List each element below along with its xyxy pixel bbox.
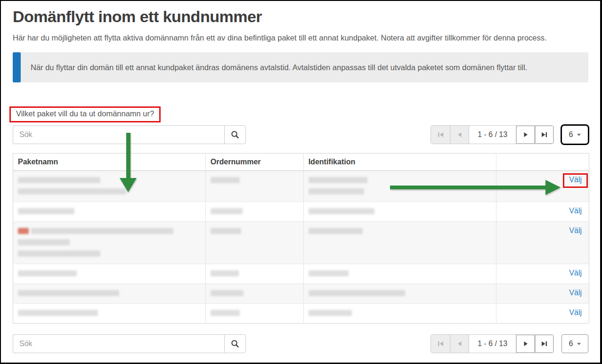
search-button[interactable] [224,125,246,144]
first-page-button[interactable] [431,335,450,353]
first-page-icon [438,341,444,347]
last-page-button[interactable] [535,335,553,353]
redacted-cell [13,304,206,324]
redacted-cell [303,222,496,264]
valj-link[interactable]: Välj [569,308,582,316]
action-cell: Välj [496,171,589,202]
redacted-text [18,310,98,316]
page: Domänflytt inom ett kundnummer Här har d… [0,0,602,364]
page-range-label: 1 - 6 / 13 [469,126,516,144]
redacted-text [18,290,119,296]
column-header-paketnamn: Paketnamn [13,154,206,171]
pager-area-bottom: 1 - 6 / 13 6 [431,334,588,353]
search-icon [231,130,239,139]
notice-accent-bar [13,52,21,82]
packages-table: Paketnamn Ordernummer Identifikation Väl… [13,153,589,324]
valj-link[interactable]: Välj [569,176,582,184]
table-row: Välj [13,171,589,202]
column-header-action [496,154,589,171]
redacted-text [309,228,363,234]
search-icon [231,340,239,348]
intro-text: Här har du möjligheten att flytta aktiva… [13,33,588,42]
redacted-text [18,177,100,183]
action-cell: Välj [496,284,589,304]
notice-text: När du flyttar din domän till ett annat … [31,63,527,72]
previous-page-icon [457,341,462,347]
action-cell: Välj [496,202,589,222]
column-header-identifikation: Identifikation [303,154,496,171]
table-row: Välj [13,202,589,222]
column-header-ordernummer: Ordernummer [205,154,303,171]
bottom-toolbar: 1 - 6 / 13 6 [13,334,588,353]
redacted-text [18,270,77,276]
redacted-text [18,239,70,245]
last-page-icon [541,341,547,347]
first-page-button[interactable] [431,126,450,144]
redacted-cell [205,264,303,284]
redacted-text [309,188,364,194]
next-page-icon [523,341,528,347]
select-annotation-box: Välj [563,173,588,188]
search-input[interactable] [13,125,224,144]
redacted-text [18,251,100,257]
redacted-text [211,208,243,214]
redacted-text [309,208,374,214]
first-page-icon [438,132,444,138]
next-page-icon [523,132,528,138]
redacted-cell [13,284,206,304]
redacted-cell [303,171,496,202]
redacted-text [211,177,240,183]
redacted-cell [303,304,496,324]
page-size-dropdown-bottom[interactable]: 6 [561,334,588,353]
pager-area-top: 1 - 6 / 13 6 [431,125,588,144]
search-button-bottom[interactable] [224,334,246,353]
redacted-cell [13,222,206,264]
question-label: Vilket paket vill du ta ut domännamn ur? [16,109,154,118]
redacted-logo [18,228,29,234]
action-cell: Välj [496,264,589,284]
search-input-bottom[interactable] [13,334,224,353]
table-row: Välj [13,304,589,324]
redacted-text [18,188,126,194]
page-title: Domänflytt inom ett kundnummer [13,8,588,26]
redacted-cell [13,264,206,284]
redacted-cell [205,171,303,202]
redacted-cell [303,264,496,284]
redacted-text [211,290,244,296]
chevron-down-icon [577,343,581,345]
action-cell: Välj [496,304,589,324]
next-page-button[interactable] [516,335,535,353]
redacted-text [211,270,239,276]
valj-link[interactable]: Välj [569,269,582,277]
last-page-icon [541,132,547,138]
table-row: Välj [13,264,589,284]
previous-page-button[interactable] [450,335,469,353]
redacted-text [31,228,173,234]
redacted-cell [303,284,496,304]
next-page-button[interactable] [516,126,535,144]
page-range-label: 1 - 6 / 13 [469,335,516,353]
info-notice: När du flyttar din domän till ett annat … [13,52,588,82]
redacted-text [211,228,241,234]
page-size-dropdown[interactable]: 6 [561,125,588,144]
pagination: 1 - 6 / 13 [431,125,554,144]
valj-link[interactable]: Välj [569,226,582,235]
redacted-cell [205,304,303,324]
previous-page-button[interactable] [450,126,469,144]
last-page-button[interactable] [535,126,553,144]
redacted-cell [13,171,206,202]
search-group-bottom [13,334,246,353]
redacted-cell [303,202,496,222]
top-toolbar: 1 - 6 / 13 6 [13,125,588,144]
redacted-text [309,177,367,183]
valj-link[interactable]: Välj [569,207,582,215]
search-group-top [13,125,246,144]
redacted-text [211,310,240,316]
redacted-cell [205,202,303,222]
table-header-row: Paketnamn Ordernummer Identifikation [13,154,589,171]
redacted-text [309,290,405,296]
page-size-value: 6 [569,340,573,348]
table-body: VäljVäljVäljVäljVäljVälj [13,171,589,324]
table-row: Välj [13,222,589,264]
valj-link[interactable]: Välj [569,289,582,297]
